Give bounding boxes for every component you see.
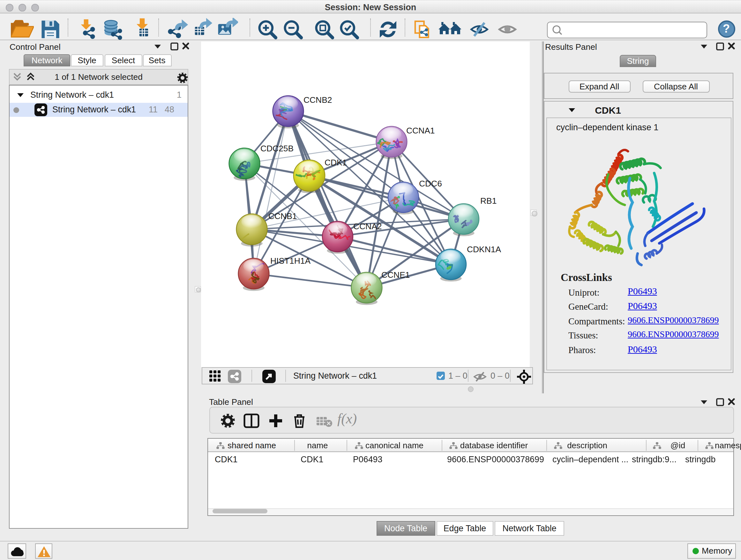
svg-text:CCNA1: CCNA1	[406, 126, 434, 135]
svg-text:CCNB2: CCNB2	[303, 95, 332, 105]
svg-text:CDC25B: CDC25B	[260, 144, 293, 153]
svg-text:CDC6: CDC6	[419, 179, 442, 188]
svg-text:CDK1: CDK1	[324, 158, 347, 167]
svg-text:CCNE1: CCNE1	[381, 270, 409, 280]
svg-text:CCNA2: CCNA2	[353, 222, 381, 231]
svg-text:CDKN1A: CDKN1A	[467, 245, 501, 254]
svg-text:RB1: RB1	[480, 196, 496, 206]
svg-text:CCNB1: CCNB1	[268, 211, 296, 221]
svg-text:HIST1H1A: HIST1H1A	[270, 256, 311, 266]
